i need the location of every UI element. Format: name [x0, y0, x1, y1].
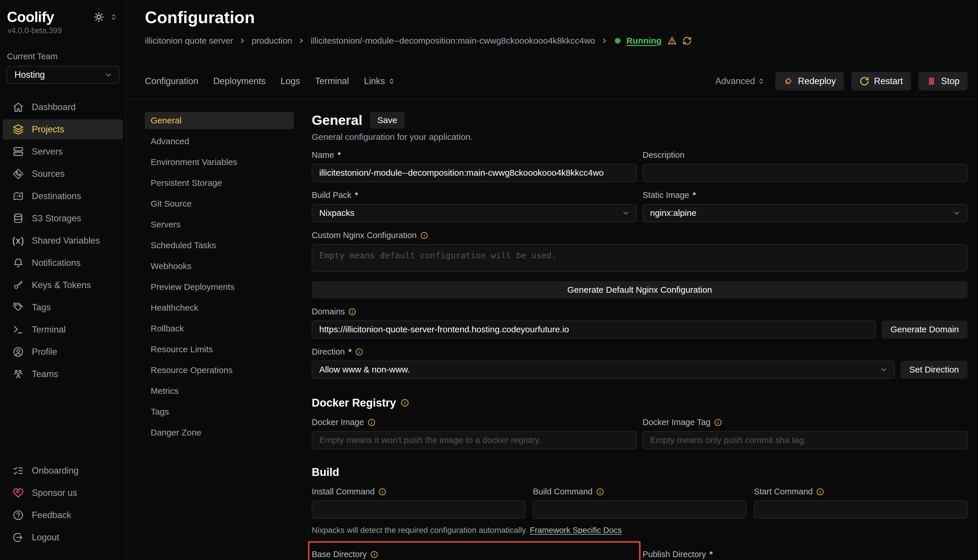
sidebar-item-label: Logout — [32, 532, 59, 543]
info-icon[interactable] — [368, 418, 376, 427]
docker-image-tag-input[interactable] — [642, 431, 968, 449]
subnav-environment-variables[interactable]: Environment Variables — [145, 153, 294, 171]
tab-configuration[interactable]: Configuration — [145, 76, 198, 87]
subnav-tags[interactable]: Tags — [145, 403, 294, 420]
info-icon[interactable] — [816, 488, 824, 496]
sidebar-item-onboarding[interactable]: Onboarding — [3, 461, 123, 481]
build-pack-select[interactable]: Nixpacks — [312, 204, 637, 222]
chevron-down-icon — [953, 209, 961, 217]
required-asterisk: * — [709, 550, 712, 559]
subnav-general[interactable]: General — [145, 112, 294, 129]
build-note: Nixpacks will detect the required config… — [312, 526, 968, 535]
info-icon[interactable] — [348, 308, 356, 316]
nginx-config-textarea[interactable] — [312, 244, 968, 272]
build-pack-label: Build Pack* — [312, 190, 637, 200]
sidebar-item-destinations[interactable]: Destinations — [3, 186, 123, 206]
sidebar-item-servers[interactable]: Servers — [3, 142, 123, 162]
sidebar-item-label: Tags — [32, 302, 50, 313]
content: General Advanced Environment Variables P… — [126, 100, 978, 560]
info-icon[interactable] — [378, 488, 386, 496]
sidebar-item-projects[interactable]: Projects — [3, 119, 123, 140]
config-subnav: General Advanced Environment Variables P… — [145, 112, 294, 560]
info-icon[interactable] — [714, 418, 722, 427]
redeploy-label: Redeploy — [798, 76, 836, 87]
subnav-danger-zone[interactable]: Danger Zone — [145, 424, 294, 441]
required-asterisk: * — [338, 150, 341, 160]
info-icon[interactable] — [420, 232, 428, 240]
redeploy-button[interactable]: Redeploy — [775, 72, 844, 90]
theme-chevrons-icon[interactable] — [110, 13, 118, 21]
static-image-select[interactable]: nginx:alpine — [642, 204, 968, 222]
variables-icon: (x) — [13, 235, 24, 246]
framework-docs-link[interactable]: Framework Specific Docs — [530, 526, 622, 535]
page-title: Configuration — [145, 9, 968, 26]
info-icon[interactable] — [596, 488, 604, 496]
refresh-icon[interactable] — [682, 36, 692, 45]
info-icon[interactable] — [355, 348, 363, 356]
save-button[interactable]: Save — [370, 112, 405, 128]
sidebar-item-dashboard[interactable]: Dashboard — [3, 97, 123, 117]
sidebar-item-notifications[interactable]: Notifications — [3, 253, 123, 273]
direction-select[interactable]: Allow www & non-www. — [312, 361, 895, 379]
domains-input[interactable] — [312, 320, 876, 339]
subnav-scheduled-tasks[interactable]: Scheduled Tasks — [145, 237, 294, 254]
subnav-metrics[interactable]: Metrics — [145, 382, 294, 400]
tab-deployments[interactable]: Deployments — [213, 76, 266, 87]
info-icon[interactable] — [401, 398, 409, 407]
breadcrumb-environment[interactable]: production — [252, 36, 292, 46]
subnav-git-source[interactable]: Git Source — [145, 195, 294, 212]
name-label: Name* — [312, 150, 637, 160]
subnav-resource-limits[interactable]: Resource Limits — [145, 341, 294, 358]
install-command-input[interactable] — [312, 500, 525, 519]
sidebar-item-sources[interactable]: Sources — [3, 164, 123, 184]
subnav-preview-deployments[interactable]: Preview Deployments — [145, 278, 294, 296]
page-header: Configuration illicitonion quote server … — [126, 0, 978, 47]
sidebar-item-tags[interactable]: Tags — [3, 297, 123, 318]
info-icon[interactable] — [370, 550, 378, 558]
tab-links[interactable]: Links — [364, 76, 395, 87]
description-input[interactable] — [642, 164, 968, 182]
subnav-resource-operations[interactable]: Resource Operations — [145, 362, 294, 379]
name-input[interactable] — [312, 164, 637, 182]
subnav-webhooks[interactable]: Webhooks — [145, 257, 294, 275]
sidebar-item-keys-tokens[interactable]: Keys & Tokens — [3, 275, 123, 295]
generate-domain-button[interactable]: Generate Domain — [882, 320, 968, 339]
advanced-label: Advanced — [715, 76, 755, 87]
sidebar-item-sponsor[interactable]: Sponsor us — [3, 483, 123, 503]
sidebar-item-shared-variables[interactable]: (x) Shared Variables — [3, 231, 123, 251]
subnav-healthcheck[interactable]: Healthcheck — [145, 299, 294, 317]
sidebar-item-logout[interactable]: Logout — [3, 527, 123, 548]
breadcrumb-application[interactable]: illicitestonion/-module--decomposition:m… — [311, 36, 595, 46]
docker-registry-heading: Docker Registry — [312, 397, 968, 409]
stop-icon — [926, 76, 936, 86]
subnav-advanced[interactable]: Advanced — [145, 133, 294, 150]
theme-sun-icon[interactable] — [94, 12, 104, 23]
set-direction-button[interactable]: Set Direction — [901, 361, 968, 379]
breadcrumb-project[interactable]: illicitonion quote server — [145, 36, 233, 46]
warning-icon[interactable] — [667, 36, 677, 45]
stop-button[interactable]: Stop — [918, 72, 968, 90]
start-command-input[interactable] — [754, 500, 968, 519]
status-badge[interactable]: Running — [626, 36, 662, 46]
generate-nginx-button[interactable]: Generate Default Nginx Configuration — [312, 281, 968, 298]
sidebar-item-terminal[interactable]: Terminal — [3, 320, 123, 340]
sidebar-nav: Dashboard Projects Servers Sources Desti… — [0, 97, 126, 386]
advanced-dropdown[interactable]: Advanced — [715, 76, 765, 87]
coolify-app: Coolify v4.0.0-beta.399 Current Team Hos… — [0, 0, 978, 560]
tab-terminal[interactable]: Terminal — [315, 76, 349, 87]
sidebar-item-teams[interactable]: Teams — [3, 364, 123, 384]
build-heading: Build — [312, 466, 968, 478]
docker-image-tag-label: Docker Image Tag — [642, 417, 968, 428]
tab-logs[interactable]: Logs — [281, 76, 300, 87]
sidebar-item-feedback[interactable]: Feedback — [3, 505, 123, 525]
subnav-rollback[interactable]: Rollback — [145, 320, 294, 337]
chevron-right-icon — [298, 37, 305, 44]
docker-image-input[interactable] — [312, 431, 637, 449]
subnav-servers[interactable]: Servers — [145, 216, 294, 233]
restart-button[interactable]: Restart — [851, 72, 911, 90]
team-select[interactable]: Hosting — [7, 66, 119, 84]
subnav-persistent-storage[interactable]: Persistent Storage — [145, 174, 294, 192]
sidebar-item-s3-storages[interactable]: S3 Storages — [3, 208, 123, 228]
sidebar-item-profile[interactable]: Profile — [3, 342, 123, 362]
build-command-input[interactable] — [533, 500, 747, 519]
